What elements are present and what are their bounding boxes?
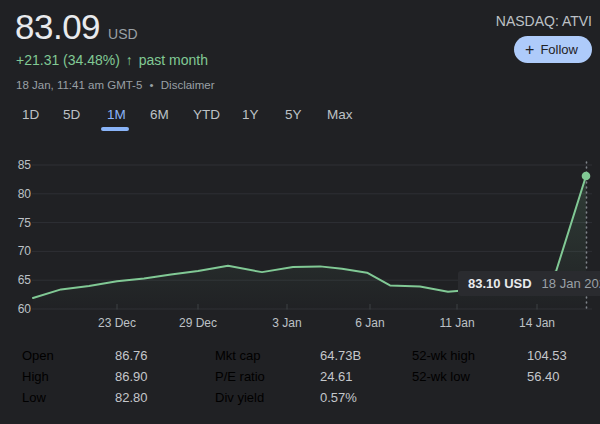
x-axis-label: 14 Jan xyxy=(519,316,555,330)
last-price-dot xyxy=(582,172,591,181)
tab-ytd[interactable]: YTD xyxy=(193,107,220,122)
disclaimer-link[interactable]: Disclaimer xyxy=(161,79,215,91)
y-axis-label: 75 xyxy=(2,216,31,230)
stat-high-value: 86.90 xyxy=(115,369,148,384)
y-axis-label: 80 xyxy=(2,187,31,201)
quote-meta: 18 Jan, 11:41 am GMT-5 • Disclaimer xyxy=(16,79,214,91)
plus-icon: + xyxy=(525,42,534,58)
stat-low-value: 82.80 xyxy=(115,390,148,405)
exchange-ticker: NASDAQ: ATVI xyxy=(496,13,592,29)
y-axis-label: 85 xyxy=(2,158,31,172)
stat-pe-value: 24.61 xyxy=(320,369,353,384)
stat-high-label: High xyxy=(22,369,49,384)
tab-5d[interactable]: 5D xyxy=(63,107,80,122)
y-axis-label: 60 xyxy=(2,302,31,316)
x-axis-label: 3 Jan xyxy=(272,316,301,330)
stat-divyield-label: Div yield xyxy=(215,390,264,405)
stat-open-value: 86.76 xyxy=(115,348,148,363)
tooltip-date: 18 Jan 2022 xyxy=(542,276,600,291)
quote-timestamp: 18 Jan, 11:41 am GMT-5 xyxy=(16,79,142,91)
stat-52wkhigh-label: 52-wk high xyxy=(412,348,475,363)
x-axis-label: 11 Jan xyxy=(439,316,474,330)
change-value: +21.31 (34.48%) xyxy=(16,52,120,68)
stat-low-label: Low xyxy=(22,390,46,405)
stat-52wklow-label: 52-wk low xyxy=(412,369,470,384)
separator-dot: • xyxy=(150,79,154,91)
change-period: past month xyxy=(139,52,208,68)
tab-6m[interactable]: 6M xyxy=(150,107,169,122)
currency-label: USD xyxy=(108,26,138,42)
stat-52wklow-value: 56.40 xyxy=(527,369,560,384)
stat-52wkhigh-value: 104.53 xyxy=(527,348,567,363)
tooltip-price: 83.10 USD xyxy=(468,276,532,291)
stat-mktcap-label: Mkt cap xyxy=(215,348,261,363)
tab-max[interactable]: Max xyxy=(327,107,353,122)
stat-mktcap-value: 64.73B xyxy=(320,348,361,363)
tab-1y[interactable]: 1Y xyxy=(242,107,259,122)
x-axis-label: 23 Dec xyxy=(98,316,136,330)
x-axis-label: 6 Jan xyxy=(355,316,384,330)
y-axis-label: 65 xyxy=(2,273,31,287)
active-tab-indicator xyxy=(101,127,129,131)
follow-button[interactable]: + Follow xyxy=(514,36,592,63)
stat-open-label: Open xyxy=(22,348,54,363)
tab-5y[interactable]: 5Y xyxy=(285,107,302,122)
stat-pe-label: P/E ratio xyxy=(215,369,265,384)
stat-divyield-value: 0.57% xyxy=(320,390,357,405)
follow-button-label: Follow xyxy=(540,42,578,57)
tab-1m[interactable]: 1M xyxy=(107,107,126,122)
price-header: 83.09 USD xyxy=(15,8,138,46)
price-change: +21.31 (34.48%) ↑ past month xyxy=(16,52,208,68)
y-axis-label: 70 xyxy=(2,244,31,258)
chart-tooltip: 83.10 USD 18 Jan 2022 xyxy=(458,271,600,296)
tab-1d[interactable]: 1D xyxy=(22,107,39,122)
x-axis-label: 29 Dec xyxy=(179,316,217,330)
current-price: 83.09 xyxy=(15,8,100,46)
up-arrow-icon: ↑ xyxy=(126,52,133,68)
